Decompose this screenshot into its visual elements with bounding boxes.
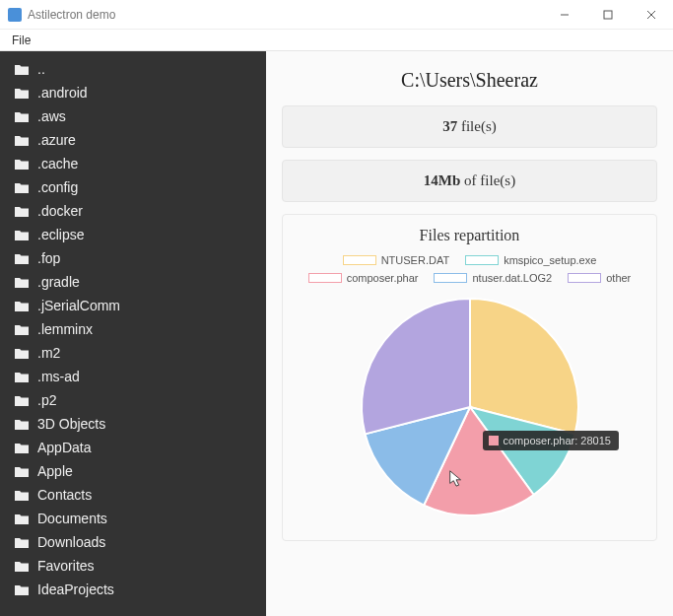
file-count-suffix: file(s): [457, 118, 497, 134]
sidebar-item[interactable]: Contacts: [10, 483, 266, 507]
sidebar-item-label: 3D Objects: [37, 416, 105, 432]
window-title: Astilectron demo: [28, 8, 115, 22]
folder-icon: [14, 513, 30, 525]
folder-icon: [14, 536, 30, 549]
folder-icon: [14, 110, 30, 123]
menubar: File: [0, 30, 673, 51]
sidebar-item-label: .gradle: [37, 274, 80, 290]
sidebar-item[interactable]: Favorites: [10, 554, 266, 578]
chart-legend: NTUSER.DATkmspico_setup.execomposer.phar…: [291, 254, 648, 284]
chart-tooltip: composer.phar: 28015: [483, 431, 619, 450]
legend-label: kmspico_setup.exe: [504, 254, 596, 266]
sidebar-item-label: .docker: [37, 203, 83, 219]
sidebar-item-label: Contacts: [37, 487, 92, 503]
tooltip-label: composer.phar: 28015: [504, 435, 611, 446]
sidebar: ...android.aws.azure.cache.config.docker…: [0, 51, 266, 616]
sidebar-item-label: .p2: [37, 392, 56, 408]
sidebar-item[interactable]: Apple: [10, 459, 266, 483]
menu-file[interactable]: File: [6, 32, 36, 49]
main-panel: C:\Users\Sheeraz 37 file(s) 14Mb of file…: [266, 51, 673, 616]
folder-icon: [14, 418, 30, 431]
folder-icon: [14, 583, 30, 596]
sidebar-item-label: Favorites: [37, 558, 95, 574]
legend-swatch: [465, 255, 499, 265]
sidebar-item-label: .cache: [37, 156, 78, 171]
minimize-button[interactable]: [543, 0, 586, 30]
maximize-button[interactable]: [586, 0, 630, 30]
file-size-number: 14Mb: [424, 172, 461, 188]
sidebar-item-label: .lemminx: [37, 321, 93, 337]
sidebar-item[interactable]: Downloads: [10, 530, 266, 554]
close-button[interactable]: [630, 0, 673, 30]
folder-icon: [14, 394, 30, 407]
legend-label: ntuser.dat.LOG2: [472, 272, 552, 284]
folder-icon: [14, 323, 30, 336]
folder-icon: [14, 252, 30, 265]
sidebar-item[interactable]: Documents: [10, 507, 266, 530]
file-count-box: 37 file(s): [282, 105, 657, 148]
file-size-suffix: of file(s): [460, 172, 515, 188]
folder-icon: [14, 87, 30, 100]
folder-icon: [14, 205, 30, 218]
sidebar-item[interactable]: .cache: [10, 152, 266, 175]
path-title: C:\Users\Sheeraz: [282, 69, 657, 92]
sidebar-item-label: .m2: [37, 345, 60, 361]
sidebar-item-label: IdeaProjects: [37, 582, 114, 597]
legend-label: NTUSER.DAT: [381, 254, 449, 266]
sidebar-item-label: .config: [37, 179, 78, 195]
folder-icon: [14, 276, 30, 289]
legend-label: composer.phar: [347, 272, 419, 284]
sidebar-item[interactable]: .jSerialComm: [10, 294, 266, 317]
legend-label: other: [606, 272, 631, 284]
folder-icon: [14, 560, 30, 573]
legend-item[interactable]: other: [568, 272, 631, 284]
app-icon: [8, 8, 22, 22]
legend-swatch: [308, 273, 342, 283]
sidebar-item[interactable]: .m2: [10, 341, 266, 365]
folder-icon: [14, 158, 30, 171]
sidebar-item[interactable]: 3D Objects: [10, 412, 266, 436]
sidebar-item[interactable]: .config: [10, 175, 266, 199]
legend-swatch: [343, 255, 376, 265]
sidebar-item-label: .jSerialComm: [37, 298, 120, 313]
folder-icon: [14, 181, 30, 194]
sidebar-item[interactable]: IdeaProjects: [10, 578, 266, 601]
sidebar-item[interactable]: .azure: [10, 128, 266, 152]
sidebar-item[interactable]: .android: [10, 81, 266, 104]
sidebar-item[interactable]: .p2: [10, 388, 266, 412]
legend-item[interactable]: composer.phar: [308, 272, 419, 284]
legend-item[interactable]: ntuser.dat.LOG2: [434, 272, 552, 284]
sidebar-item[interactable]: .aws: [10, 104, 266, 128]
folder-icon: [14, 465, 30, 478]
sidebar-item-label: ..: [37, 61, 45, 77]
svg-rect-1: [604, 11, 612, 19]
sidebar-item-label: Downloads: [37, 534, 105, 550]
sidebar-item[interactable]: .gradle: [10, 270, 266, 294]
sidebar-item[interactable]: .docker: [10, 199, 266, 223]
sidebar-item[interactable]: ..: [10, 57, 266, 81]
sidebar-item[interactable]: .fop: [10, 246, 266, 270]
tooltip-swatch: [489, 436, 499, 445]
sidebar-item[interactable]: .eclipse: [10, 223, 266, 246]
legend-item[interactable]: NTUSER.DAT: [343, 254, 449, 266]
window-controls: [543, 0, 673, 30]
sidebar-item-label: AppData: [37, 440, 91, 455]
sidebar-item-label: Documents: [37, 511, 107, 526]
folder-icon: [14, 63, 30, 76]
sidebar-item-label: .aws: [37, 108, 66, 124]
sidebar-item-label: Apple: [37, 463, 73, 479]
sidebar-item[interactable]: AppData: [10, 436, 266, 459]
sidebar-item-label: .azure: [37, 132, 76, 148]
sidebar-list[interactable]: ...android.aws.azure.cache.config.docker…: [0, 51, 266, 616]
sidebar-item[interactable]: .lemminx: [10, 317, 266, 341]
folder-icon: [14, 371, 30, 383]
chart-title: Files repartition: [291, 227, 648, 244]
legend-item[interactable]: kmspico_setup.exe: [465, 254, 596, 266]
file-size-box: 14Mb of file(s): [282, 160, 657, 202]
sidebar-item[interactable]: .ms-ad: [10, 365, 266, 388]
folder-icon: [14, 229, 30, 241]
file-count-number: 37: [442, 118, 457, 134]
pie-chart[interactable]: composer.phar: 28015: [357, 294, 583, 520]
folder-icon: [14, 347, 30, 360]
folder-icon: [14, 300, 30, 312]
